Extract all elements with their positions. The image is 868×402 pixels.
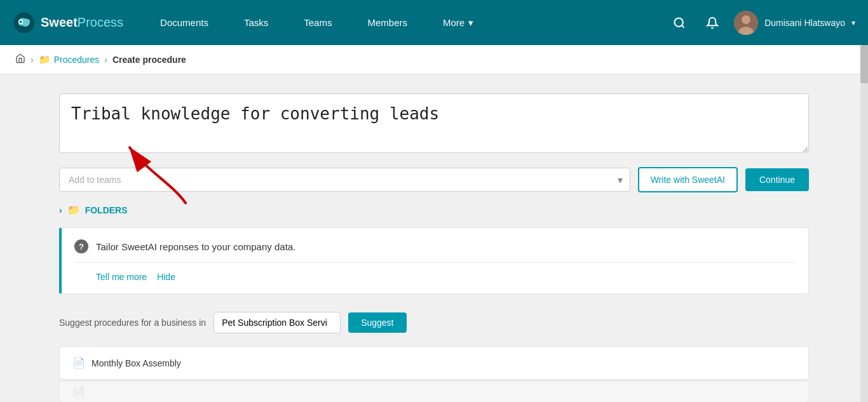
sweetai-banner-text: Tailor SweetAI reponses to your company …	[96, 241, 295, 252]
teams-row: Add to teams ▾ Write with SweetAI Contin…	[59, 167, 809, 192]
navbar: SweetProcess Documents Tasks Teams Membe…	[0, 0, 868, 45]
nav-more[interactable]: More ▾	[425, 0, 491, 45]
breadcrumb-sep-1: ›	[31, 55, 34, 65]
breadcrumb: › 📁 Procedures › Create procedure	[0, 45, 868, 74]
svg-point-2	[20, 20, 22, 23]
avatar-image	[734, 11, 758, 35]
svg-point-6	[742, 15, 750, 24]
help-icon: ?	[74, 239, 88, 253]
breadcrumb-procedures[interactable]: 📁 Procedures	[39, 54, 100, 65]
folder-icon-2: 📁	[67, 204, 80, 216]
folders-section: › 📁 FOLDERS	[59, 204, 809, 216]
folders-row[interactable]: › 📁 FOLDERS	[59, 204, 809, 216]
suggest-button[interactable]: Suggest	[348, 312, 406, 333]
folders-label: FOLDERS	[85, 205, 128, 215]
file-icon-2: 📄	[72, 386, 85, 398]
sweetai-banner-links: Tell me more Hide	[96, 272, 796, 282]
procedure-item-label: Monthly Box Assembly	[92, 358, 181, 368]
procedure-title-input[interactable]: Tribal knowledge for converting leads	[59, 93, 809, 153]
sweetai-banner: ? Tailor SweetAI reponses to your compan…	[59, 227, 809, 294]
suggest-label: Suggest procedures for a business in	[59, 318, 206, 328]
breadcrumb-current: Create procedure	[112, 55, 186, 65]
scrollbar[interactable]	[860, 45, 868, 402]
nav-teams[interactable]: Teams	[286, 0, 349, 45]
procedure-list-item-2[interactable]: 📄	[59, 381, 809, 402]
nav-documents[interactable]: Documents	[142, 0, 226, 45]
brand-logo-area[interactable]: SweetProcess	[13, 11, 123, 34]
svg-point-3	[675, 18, 683, 26]
folder-icon: 📁	[39, 54, 51, 65]
continue-button[interactable]: Continue	[745, 168, 809, 191]
user-menu[interactable]: Dumisani Hlatswayo ▾	[734, 11, 855, 35]
tell-me-more-link[interactable]: Tell me more	[96, 272, 147, 282]
home-icon	[15, 53, 25, 64]
nav-members[interactable]: Members	[349, 0, 425, 45]
svg-line-4	[682, 25, 684, 27]
nav-right: Dumisani Hlatswayo ▾	[668, 11, 855, 35]
hide-link[interactable]: Hide	[157, 272, 175, 282]
brand-name: SweetProcess	[41, 15, 123, 30]
write-sweetai-button[interactable]: Write with SweetAI	[638, 167, 738, 192]
user-name: Dumisani Hlatswayo	[764, 18, 845, 28]
teams-select-wrapper: Add to teams ▾	[59, 168, 630, 192]
procedure-list-item[interactable]: 📄 Monthly Box Assembly	[59, 346, 809, 380]
chevron-right-icon: ›	[59, 205, 62, 215]
nav-tasks[interactable]: Tasks	[226, 0, 286, 45]
avatar	[734, 11, 758, 35]
brand-logo-icon	[13, 11, 36, 34]
notifications-button[interactable]	[701, 11, 724, 34]
search-icon	[673, 17, 686, 29]
suggest-row: Suggest procedures for a business in Sug…	[59, 312, 809, 333]
scrollbar-thumb[interactable]	[860, 45, 868, 83]
user-chevron-icon: ▾	[851, 18, 855, 27]
main-content: Tribal knowledge for converting leads Ad…	[21, 74, 847, 402]
teams-select[interactable]: Add to teams	[59, 168, 630, 192]
suggest-input[interactable]	[214, 312, 341, 333]
breadcrumb-sep-2: ›	[104, 55, 107, 65]
nav-links: Documents Tasks Teams Members More ▾	[142, 0, 668, 45]
chevron-down-icon: ▾	[468, 17, 473, 29]
search-button[interactable]	[668, 11, 691, 34]
file-icon: 📄	[72, 357, 85, 369]
sweetai-banner-top: ? Tailor SweetAI reponses to your compan…	[74, 239, 796, 263]
bell-icon	[706, 17, 719, 29]
breadcrumb-home[interactable]	[15, 53, 25, 66]
